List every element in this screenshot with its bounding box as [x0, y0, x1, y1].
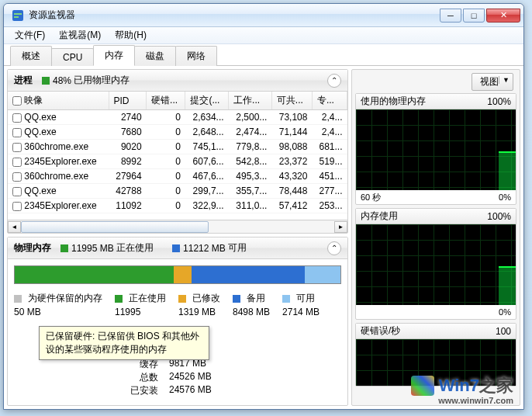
hscroll-track[interactable] — [21, 221, 334, 233]
row-checkbox[interactable] — [12, 113, 22, 123]
table-row[interactable]: QQ.exe768002,648...2,474...71,1442,4... — [8, 125, 347, 140]
titlebar: 资源监视器 ─ □ ✕ — [4, 4, 523, 27]
row-checkbox[interactable] — [12, 202, 22, 211]
inuse2-val: 11995 — [115, 307, 140, 317]
view-toolbar: 视图 — [355, 73, 516, 90]
close-button[interactable]: ✕ — [486, 9, 520, 23]
row-checkbox[interactable] — [12, 187, 22, 196]
membar-standby — [192, 266, 305, 283]
inuse-mb: 11995 MB — [71, 243, 114, 254]
standby-val: 8498 MB — [233, 307, 270, 317]
menubar: 文件(F) 监视器(M) 帮助(H) — [4, 27, 523, 44]
membar-free — [305, 266, 340, 283]
usage-indicator-icon — [42, 77, 50, 85]
table-row[interactable]: QQ.exe274002,634...2,500...73,1082,4... — [8, 110, 347, 125]
installed-label: 已安装 — [107, 384, 169, 397]
tab-cpu[interactable]: CPU — [51, 48, 94, 66]
table-row[interactable]: 2345Explorer.exe110920322,9...311,0...57… — [8, 199, 347, 213]
g1-title: 使用的物理内存 — [361, 95, 426, 108]
mod-label: 已修改 — [192, 292, 220, 305]
g1-chart — [356, 109, 516, 190]
avail-lbl: 可用 — [228, 241, 247, 255]
maximize-button[interactable]: □ — [463, 9, 485, 23]
col-priv[interactable]: 专... — [312, 92, 347, 110]
avail-icon — [172, 244, 180, 252]
inuse2-label: 正在使用 — [129, 292, 166, 305]
menu-help[interactable]: 帮助(H) — [109, 27, 153, 43]
hscroll-thumb[interactable] — [21, 221, 209, 233]
app-icon — [12, 9, 24, 22]
row-checkbox[interactable] — [12, 143, 22, 152]
menu-monitor[interactable]: 监视器(M) — [53, 27, 107, 43]
tooltip: 已保留硬件: 已保留供 BIOS 和其他外设的某些驱动程序使用的内存 — [39, 326, 209, 360]
total-label: 总数 — [107, 371, 169, 384]
g1-footR: 0% — [499, 192, 511, 202]
right-pane: 视图 使用的物理内存100% 60 秒0% 内存使用100% 0% 硬错误/秒1… — [351, 69, 520, 406]
menu-file[interactable]: 文件(F) — [9, 27, 51, 43]
mod-val: 1319 MB — [178, 307, 216, 317]
memory-legend: 为硬件保留的内存 50 MB 正在使用 11995 已修改 1319 MB — [14, 292, 341, 317]
collapse-processes-button[interactable]: ⌃ — [327, 74, 341, 88]
g3-max: 100 — [496, 326, 511, 337]
view-button[interactable]: 视图 — [472, 73, 513, 91]
processes-table-wrap[interactable]: 映像 PID 硬错... 提交(... 工作... 可共... 专... QQ.… — [8, 92, 347, 220]
col-share[interactable]: 可共... — [271, 92, 312, 110]
hwres-label: 为硬件保留的内存 — [28, 292, 102, 305]
table-row[interactable]: QQ.exe427880299,7...355,7...78,448277... — [8, 184, 347, 199]
free-val: 2714 MB — [282, 307, 320, 317]
hwres-icon — [14, 295, 22, 303]
left-pane: 进程 48% 已用物理内存 ⌃ 映像 PID 硬错... 提交(... 工作..… — [7, 69, 348, 406]
processes-title: 进程 — [14, 74, 33, 87]
tab-network[interactable]: 网络 — [175, 46, 217, 66]
select-all-checkbox[interactable] — [12, 96, 22, 106]
col-hard[interactable]: 硬错... — [147, 92, 185, 110]
avail-mb: 11212 MB — [183, 243, 226, 254]
g2-chart — [356, 224, 516, 305]
processes-hscroll[interactable]: ◄ ► — [8, 220, 347, 233]
table-row[interactable]: 360chrome.exe90200745,1...779,8...98,088… — [8, 140, 347, 154]
g2-footR: 0% — [499, 307, 511, 317]
tab-memory[interactable]: 内存 — [93, 45, 135, 66]
row-checkbox[interactable] — [12, 158, 22, 167]
processes-panel: 进程 48% 已用物理内存 ⌃ 映像 PID 硬错... 提交(... 工作..… — [7, 69, 348, 234]
svg-rect-0 — [12, 10, 23, 21]
physmem-title: 物理内存 — [14, 241, 51, 255]
col-image[interactable]: 映像 — [8, 92, 109, 110]
tabbar: 概述 CPU 内存 磁盘 网络 — [4, 44, 523, 66]
membar-modified — [174, 266, 192, 283]
col-commit[interactable]: 提交(... — [185, 92, 229, 110]
mod-icon — [178, 295, 186, 303]
table-row[interactable]: 2345Explorer.exe89920607,6...542,8...23,… — [8, 154, 347, 169]
graph-memuse: 内存使用100% 0% — [355, 208, 516, 320]
processes-header: 进程 48% 已用物理内存 ⌃ — [8, 70, 347, 92]
usage-label: 已用物理内存 — [74, 74, 130, 87]
usage-pct: 48% — [53, 75, 71, 86]
row-checkbox[interactable] — [12, 172, 22, 182]
g3-chart — [356, 339, 516, 386]
collapse-physmem-button[interactable]: ⌃ — [327, 241, 341, 255]
col-work[interactable]: 工作... — [229, 92, 272, 110]
tab-overview[interactable]: 概述 — [10, 46, 52, 66]
window-buttons: ─ □ ✕ — [440, 9, 520, 23]
physical-memory-panel: 物理内存 11995 MB 正在使用 11212 MB 可用 ⌃ — [7, 237, 348, 406]
physmem-body: 为硬件保留的内存 50 MB 正在使用 11995 已修改 1319 MB — [8, 259, 347, 404]
hscroll-left[interactable]: ◄ — [8, 221, 21, 233]
svg-rect-1 — [14, 13, 22, 15]
standby-icon — [233, 295, 240, 303]
tab-disk[interactable]: 磁盘 — [134, 46, 176, 66]
svg-rect-2 — [14, 16, 19, 18]
standby-label: 备用 — [247, 292, 265, 305]
hscroll-right[interactable]: ► — [334, 221, 347, 233]
membar-inuse — [15, 266, 174, 283]
row-checkbox[interactable] — [12, 128, 22, 137]
free-icon — [282, 295, 290, 303]
graph-hardfault: 硬错误/秒100 — [355, 323, 516, 387]
memory-bar — [14, 265, 341, 284]
physmem-header: 物理内存 11995 MB 正在使用 11212 MB 可用 ⌃ — [8, 237, 347, 259]
minimize-button[interactable]: ─ — [440, 9, 461, 23]
processes-table: 映像 PID 硬错... 提交(... 工作... 可共... 专... QQ.… — [8, 92, 347, 213]
free-label: 可用 — [296, 292, 315, 305]
table-row[interactable]: 360chrome.exe279640467,6...495,3...43,32… — [8, 169, 347, 184]
col-pid[interactable]: PID — [109, 92, 147, 110]
graph-physmem: 使用的物理内存100% 60 秒0% — [355, 93, 516, 205]
